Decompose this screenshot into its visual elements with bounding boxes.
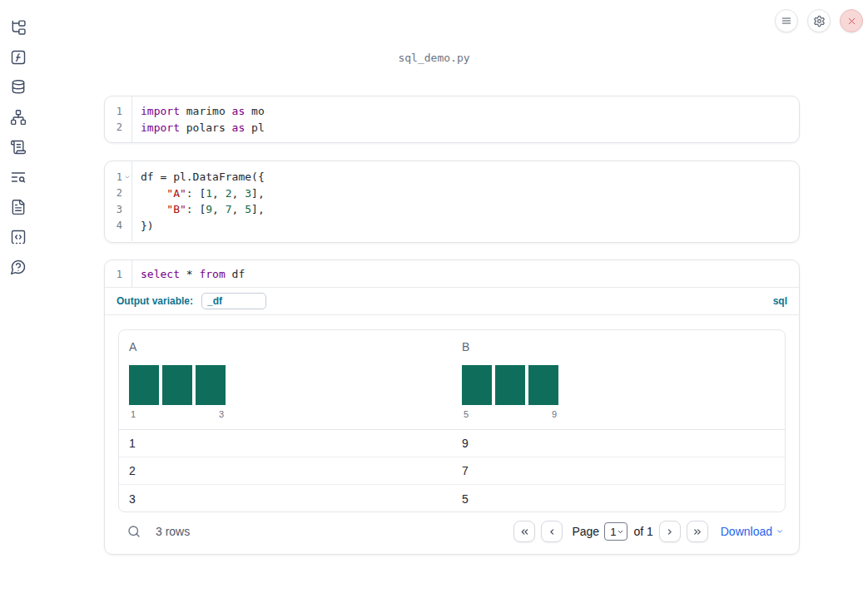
code-line[interactable]: 1df = pl.DataFrame({ — [105, 169, 799, 185]
database-icon[interactable] — [10, 79, 27, 96]
left-panel-sidebar — [0, 0, 37, 593]
chevron-down-icon — [776, 527, 784, 536]
settings-button[interactable] — [807, 9, 831, 32]
tree-icon[interactable] — [10, 19, 27, 36]
notebook-actions-toolbar — [775, 9, 863, 32]
sql-code-editor[interactable]: 1select * from df — [105, 260, 799, 288]
table-header-row: A 1 3 B 5 9 — [119, 330, 785, 430]
table-cell: 1 — [119, 437, 452, 450]
code-token: from — [199, 268, 225, 280]
code-token: , — [212, 187, 226, 200]
code-line[interactable]: 1select * from df — [105, 266, 799, 283]
code-cell-imports[interactable]: 1import marimo as mo2import polars as pl — [104, 96, 800, 143]
search-button[interactable] — [126, 523, 143, 540]
code-line[interactable]: 2 "A": [1, 2, 3], — [105, 185, 799, 202]
code-text: select * from df — [132, 268, 245, 280]
code-token: df — [226, 268, 245, 280]
code-token: 2 — [226, 187, 232, 200]
code-token: }) — [141, 220, 154, 232]
help-circle-icon[interactable] — [10, 259, 27, 275]
code-cell-dataframe[interactable]: 1df = pl.DataFrame({2 "A": [1, 2, 3],3 "… — [104, 161, 800, 243]
column-label: B — [462, 340, 775, 353]
column-header-b[interactable]: B 5 9 — [452, 330, 785, 429]
code-token: "A" — [166, 187, 186, 200]
code-text: }) — [132, 220, 154, 232]
text-search-icon[interactable] — [10, 169, 27, 185]
code-editor[interactable]: 1import marimo as mo2import polars as pl — [105, 96, 799, 142]
code-token: "B" — [166, 203, 186, 215]
histogram-bar — [196, 365, 226, 405]
code-line[interactable]: 1import marimo as mo — [105, 103, 799, 120]
code-line[interactable]: 4}) — [105, 218, 799, 235]
histogram-ticks: 5 9 — [462, 409, 558, 419]
sql-cell-footer: Output variable: sql — [105, 288, 799, 315]
code-token: polars — [180, 121, 232, 134]
histogram-bar — [129, 365, 159, 405]
output-variable-label: Output variable: — [117, 295, 193, 307]
file-text-icon[interactable] — [10, 199, 27, 215]
row-count-label: 3 rows — [156, 525, 190, 538]
download-button[interactable]: Download — [721, 525, 784, 538]
code-token: : [ — [186, 187, 206, 200]
menu-icon — [781, 15, 792, 27]
chevron-down-icon — [616, 528, 624, 536]
table-cell: 7 — [452, 464, 785, 477]
search-icon — [126, 524, 143, 539]
line-number: 3 — [105, 204, 122, 215]
code-token: 9 — [206, 203, 212, 215]
page-select-value: 1 — [610, 526, 616, 538]
line-number: 2 — [105, 187, 122, 199]
table-cell: 9 — [452, 437, 785, 450]
language-badge: sql — [773, 295, 787, 307]
code-token: select — [141, 268, 180, 280]
code-line[interactable]: 2import polars as pl — [105, 120, 799, 136]
code-token: : [ — [186, 203, 206, 215]
table-row[interactable]: 19 — [119, 430, 785, 457]
close-icon — [846, 16, 857, 27]
histogram-bar — [462, 365, 492, 405]
next-page-button[interactable] — [659, 521, 681, 542]
code-editor[interactable]: 1df = pl.DataFrame({2 "A": [1, 2, 3],3 "… — [105, 161, 799, 241]
last-page-button[interactable] — [687, 521, 708, 542]
output-variable-input[interactable] — [201, 293, 266, 309]
code-token: 1 — [206, 187, 212, 200]
histogram-a — [129, 365, 442, 405]
table-footer: 3 rows Page 1 of 1 Download — [118, 512, 786, 551]
code-token: as — [232, 121, 246, 134]
shutdown-button[interactable] — [840, 9, 863, 32]
histogram-bar — [495, 365, 525, 405]
code-token: , — [212, 203, 226, 215]
histogram-bar — [528, 365, 558, 405]
code-text: "A": [1, 2, 3], — [132, 187, 265, 200]
fold-chevron-icon[interactable] — [122, 174, 132, 180]
sql-cell[interactable]: 1select * from df Output variable: sql A… — [104, 259, 800, 555]
code-text: df = pl.DataFrame({ — [132, 170, 265, 183]
page-label: Page — [572, 525, 599, 538]
tick-max: 9 — [552, 409, 557, 419]
scroll-text-icon[interactable] — [10, 139, 27, 156]
first-page-button[interactable] — [513, 521, 535, 542]
line-number: 1 — [105, 269, 122, 280]
previous-page-button[interactable] — [541, 521, 563, 542]
menu-button[interactable] — [775, 9, 798, 32]
notebook-filename[interactable]: sql_demo.py — [0, 52, 868, 64]
code-line[interactable]: 3 "B": [9, 7, 5], — [105, 201, 799, 218]
code-text: "B": [9, 7, 5], — [132, 203, 265, 215]
code-token: ], — [251, 203, 265, 215]
table-cell: 5 — [452, 492, 785, 506]
code-token: , — [232, 203, 246, 215]
code-token: ], — [251, 187, 265, 200]
dataframe-table: A 1 3 B 5 9 192735 — [118, 329, 786, 512]
column-header-a[interactable]: A 1 3 — [119, 330, 452, 429]
histogram-b — [462, 365, 775, 405]
code-text: import polars as pl — [132, 121, 265, 134]
tick-max: 3 — [219, 409, 224, 419]
code-square-icon[interactable] — [10, 229, 27, 245]
network-icon[interactable] — [10, 109, 27, 126]
page-select[interactable]: 1 — [604, 522, 627, 541]
code-token: df = pl.DataFrame({ — [141, 170, 265, 183]
histogram-bar — [162, 365, 192, 405]
table-row[interactable]: 27 — [119, 457, 785, 485]
cell-output: A 1 3 B 5 9 192735 — [105, 317, 799, 554]
table-row[interactable]: 35 — [119, 485, 785, 512]
